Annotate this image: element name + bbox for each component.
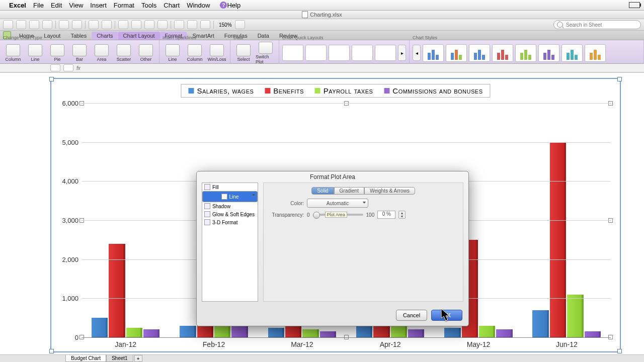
bar[interactable] (109, 244, 125, 337)
chart-style-4[interactable] (492, 44, 513, 62)
bar[interactable] (92, 318, 108, 337)
menu-window[interactable]: Window (187, 2, 210, 9)
qat-new-icon[interactable] (3, 20, 13, 29)
menu-insert[interactable]: Insert (90, 2, 107, 9)
qat-help-icon[interactable] (235, 20, 245, 29)
bar[interactable] (550, 142, 566, 337)
qat-open-icon[interactable] (16, 20, 26, 29)
qat-sum-icon[interactable] (118, 20, 128, 29)
category-shadow[interactable]: Shadow (202, 202, 258, 210)
quick-layout-2[interactable] (305, 45, 327, 61)
menu-view[interactable]: View (69, 2, 83, 9)
resize-handle[interactable] (617, 349, 622, 353)
cancel-button[interactable]: Cancel (396, 310, 427, 321)
tab-sheet1[interactable]: Sheet1 (106, 355, 133, 362)
ok-button[interactable]: OK (431, 310, 462, 321)
bar[interactable] (567, 295, 583, 337)
resize-handle[interactable] (49, 349, 54, 353)
help-icon[interactable]: ? (220, 2, 227, 9)
menu-tools[interactable]: Tools (141, 2, 156, 9)
qat-gallery-icon[interactable] (174, 20, 184, 29)
menu-help[interactable]: Help (227, 2, 240, 9)
chart-style-1[interactable] (423, 44, 444, 62)
chart-style-5[interactable] (515, 44, 536, 62)
qat-save-icon[interactable] (29, 20, 39, 29)
tab-budget-chart[interactable]: Budget Chart (65, 355, 106, 362)
menu-format[interactable]: Format (114, 2, 134, 9)
menu-chart[interactable]: Chart (164, 2, 180, 9)
qat-toolbox-icon[interactable] (187, 20, 197, 29)
tab-layout[interactable]: Layout (39, 32, 65, 40)
chart-bar-button[interactable]: Bar (69, 44, 90, 62)
bar[interactable] (408, 329, 424, 337)
bar[interactable] (532, 310, 548, 337)
quick-layout-more[interactable]: ▸ (398, 45, 406, 61)
transparency-value[interactable]: 0 % (377, 211, 395, 219)
qat-media-icon[interactable] (200, 20, 210, 29)
styles-prev[interactable]: ◂ (413, 45, 421, 61)
category-glow[interactable]: Glow & Soft Edges (202, 210, 258, 218)
search-box[interactable] (553, 20, 641, 29)
chart-style-2[interactable] (446, 44, 467, 62)
bar[interactable] (302, 329, 318, 337)
switch-plot-button[interactable]: Switch Plot (256, 42, 276, 64)
accept-entry-icon[interactable] (63, 64, 73, 71)
bar[interactable] (444, 328, 460, 337)
chart-style-8[interactable] (585, 44, 606, 62)
tab-solid[interactable]: Solid (311, 187, 334, 195)
tab-chart-layout[interactable]: Chart Layout (118, 32, 160, 40)
app-name[interactable]: Excel (9, 2, 26, 9)
resize-handle[interactable] (49, 77, 54, 81)
search-input[interactable] (565, 22, 632, 28)
chart-pie-button[interactable]: Pie (47, 44, 67, 62)
resize-handle[interactable] (617, 77, 622, 81)
bar[interactable] (126, 328, 142, 337)
qat-redo-icon[interactable] (72, 20, 82, 29)
chart-style-3[interactable] (469, 44, 490, 62)
transparency-slider[interactable]: Plot Area (313, 214, 363, 216)
bar[interactable] (585, 331, 601, 337)
stepper[interactable]: ▴▾ (398, 211, 406, 219)
qat-showhide-icon[interactable] (157, 20, 168, 29)
tab-charts[interactable]: Charts (92, 32, 118, 40)
tab-weights-arrows[interactable]: Weights & Arrows (364, 187, 415, 195)
category-line[interactable]: Line (202, 191, 258, 202)
zoom-value[interactable]: 150% (219, 22, 232, 28)
quick-layout-5[interactable] (375, 45, 396, 61)
tab-tables[interactable]: Tables (65, 32, 92, 40)
chart-scatter-button[interactable]: Scatter (114, 44, 134, 62)
bar[interactable] (180, 326, 196, 337)
chart-column-button[interactable]: Column (3, 44, 23, 62)
qat-sort-icon[interactable] (131, 20, 141, 29)
slider-knob[interactable] (313, 212, 320, 219)
select-data-button[interactable]: Select (233, 44, 254, 62)
sparkline-column-button[interactable]: Column (185, 44, 205, 62)
bar[interactable] (143, 329, 159, 337)
qat-paint-icon[interactable] (89, 20, 99, 29)
quick-layout-1[interactable] (282, 45, 303, 61)
sparkline-winloss-button[interactable]: Win/Loss (207, 44, 227, 62)
chart-other-button[interactable]: Other (136, 44, 156, 62)
menu-edit[interactable]: Edit (51, 2, 62, 9)
add-sheet-button[interactable]: + (134, 355, 142, 362)
chart-line-button[interactable]: Line (25, 44, 45, 62)
menu-file[interactable]: File (33, 2, 44, 9)
quick-layout-3[interactable] (329, 45, 350, 61)
bar[interactable] (320, 331, 336, 337)
bar[interactable] (479, 326, 495, 337)
fx-label[interactable]: fx (76, 65, 80, 71)
quick-layout-4[interactable] (352, 45, 373, 61)
category-fill[interactable]: Fill (202, 183, 258, 191)
chart-legend[interactable]: Salaries, wages Benefits Payroll taxes C… (181, 84, 490, 98)
qat-clear-icon[interactable] (102, 20, 112, 29)
cancel-entry-icon[interactable] (50, 64, 60, 71)
qat-filter-icon[interactable] (144, 20, 154, 29)
qat-undo-icon[interactable] (59, 20, 69, 29)
tab-gradient[interactable]: Gradient (334, 187, 364, 195)
chart-style-6[interactable] (538, 44, 559, 62)
chart-area-button[interactable]: Area (92, 44, 112, 62)
tab-data[interactable]: Data (253, 32, 274, 40)
chart-style-7[interactable] (561, 44, 583, 62)
color-select[interactable]: Automatic (307, 199, 368, 208)
category-3d[interactable]: 3-D Format (202, 218, 258, 226)
